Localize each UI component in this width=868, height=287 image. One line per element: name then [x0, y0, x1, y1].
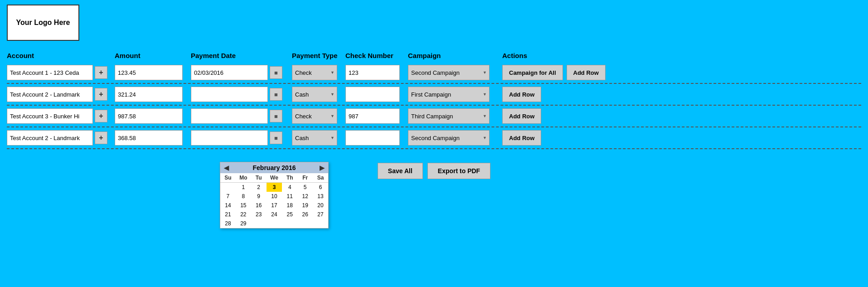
paydate-input-4[interactable] [191, 130, 268, 146]
calendar-day[interactable]: 28 [220, 219, 236, 228]
header-paydate: Payment Date [191, 52, 288, 59]
checknum-cell-2 [345, 87, 404, 102]
paydate-input-3[interactable] [191, 108, 268, 124]
table-row: + ■ Check Cash [7, 62, 861, 84]
checknum-input-4[interactable] [345, 130, 400, 146]
account-input-2[interactable] [7, 87, 93, 102]
calendar-day[interactable]: 2 [251, 183, 267, 192]
calendar-day[interactable]: 16 [251, 201, 267, 210]
calendar-day[interactable]: 23 [251, 210, 267, 219]
calendar-day[interactable]: 3 [267, 183, 282, 192]
calendar-day[interactable]: 1 [236, 183, 251, 192]
calendar-day[interactable]: 12 [297, 192, 313, 201]
calendar-btn-3[interactable]: ■ [270, 110, 282, 122]
calendar-day[interactable]: 29 [236, 219, 251, 228]
paydate-input-1[interactable] [191, 65, 268, 80]
calendar-day[interactable]: 9 [251, 192, 267, 201]
calendar-day[interactable]: 26 [297, 210, 313, 219]
paytype-cell-3: Check Cash [292, 108, 342, 124]
calendar-prev-btn[interactable]: ◀ [224, 164, 229, 171]
add-account-btn-4[interactable]: + [95, 131, 107, 144]
calendar-day[interactable]: 27 [313, 210, 328, 219]
paytype-select-1[interactable]: Check Cash [292, 65, 337, 80]
calendar-day[interactable]: 17 [267, 201, 282, 210]
amount-cell-4 [115, 130, 187, 146]
bottom-actions: Save All Export to PDF [7, 163, 861, 179]
calendar-day[interactable]: 22 [236, 210, 251, 219]
add-account-btn-2[interactable]: + [95, 88, 107, 101]
actions-cell-2: Add Row [502, 87, 670, 102]
calendar-btn-4[interactable]: ■ [270, 131, 282, 144]
header-account: Account [7, 52, 111, 59]
calendar-day[interactable]: 18 [282, 201, 297, 210]
cal-day-su: Su [220, 173, 236, 183]
table-row: + ■ Cash Check [7, 127, 861, 149]
paytype-select-3[interactable]: Check Cash [292, 108, 337, 124]
save-all-btn[interactable]: Save All [378, 163, 423, 179]
add-row-btn-4[interactable]: Add Row [502, 130, 541, 146]
amount-input-4[interactable] [115, 130, 183, 146]
campaign-select-1[interactable]: Second Campaign First Campaign Third Cam… [408, 65, 490, 80]
checknum-cell-3 [345, 108, 404, 124]
calendar-day[interactable]: 4 [282, 183, 297, 192]
calendar-day[interactable]: 6 [313, 183, 328, 192]
add-account-btn-1[interactable]: + [95, 66, 107, 79]
calendar-day[interactable]: 10 [267, 192, 282, 201]
account-input-3[interactable] [7, 108, 93, 124]
calendar-btn-1[interactable]: ■ [270, 66, 282, 79]
paytype-select-2[interactable]: Cash Check [292, 87, 337, 102]
calendar-day[interactable]: 11 [282, 192, 297, 201]
cal-day-fr: Fr [297, 173, 313, 183]
calendar-day[interactable]: 24 [267, 210, 282, 219]
amount-cell-2 [115, 87, 187, 102]
account-cell-2: + [7, 87, 111, 102]
amount-cell-1 [115, 65, 187, 80]
calendar-next-btn[interactable]: ▶ [320, 164, 325, 171]
calendar-day[interactable]: 15 [236, 201, 251, 210]
calendar-day[interactable]: 7 [220, 192, 236, 201]
paytype-select-4[interactable]: Cash Check [292, 130, 337, 146]
export-pdf-btn[interactable]: Export to PDF [427, 163, 490, 179]
calendar-grid: Su Mo Tu We Th Fr Sa 1234567891011121314… [220, 173, 328, 228]
add-row-btn-1[interactable]: Add Row [567, 65, 606, 80]
column-headers: Account Amount Payment Date Payment Type… [7, 50, 861, 62]
header-actions: Actions [502, 52, 670, 59]
add-account-btn-3[interactable]: + [95, 110, 107, 122]
amount-input-3[interactable] [115, 108, 183, 124]
paytype-cell-2: Cash Check [292, 87, 342, 102]
calendar-day[interactable]: 8 [236, 192, 251, 201]
checknum-input-2[interactable] [345, 87, 400, 102]
paydate-input-2[interactable] [191, 87, 268, 102]
account-cell-1: + [7, 65, 111, 80]
campaign-select-3[interactable]: Third Campaign First Campaign Second Cam… [408, 108, 490, 124]
campaign-cell-3: Third Campaign First Campaign Second Cam… [408, 108, 499, 124]
account-input-1[interactable] [7, 65, 93, 80]
campaign-cell-1: Second Campaign First Campaign Third Cam… [408, 65, 499, 80]
paytype-cell-1: Check Cash [292, 65, 342, 80]
amount-input-2[interactable] [115, 87, 183, 102]
calendar-day[interactable]: 19 [297, 201, 313, 210]
calendar-btn-2[interactable]: ■ [270, 88, 282, 101]
checknum-cell-4 [345, 130, 404, 146]
table-row: + ■ Cash Check [7, 84, 861, 106]
checknum-input-3[interactable] [345, 108, 400, 124]
add-row-btn-3[interactable]: Add Row [502, 108, 541, 124]
paydate-cell-3: ■ [191, 108, 288, 124]
calendar-day[interactable]: 5 [297, 183, 313, 192]
checknum-input-1[interactable] [345, 65, 400, 80]
account-cell-4: + [7, 130, 111, 146]
calendar-day[interactable]: 14 [220, 201, 236, 210]
calendar-day [267, 219, 282, 228]
actions-cell-1: Campaign for All Add Row [502, 65, 670, 80]
calendar-day[interactable]: 21 [220, 210, 236, 219]
calendar-day[interactable]: 13 [313, 192, 328, 201]
calendar-day[interactable]: 25 [282, 210, 297, 219]
calendar-day[interactable]: 20 [313, 201, 328, 210]
campaign-for-all-btn-1[interactable]: Campaign for All [502, 65, 563, 80]
add-row-btn-2[interactable]: Add Row [502, 87, 541, 102]
account-cell-3: + [7, 108, 111, 124]
campaign-select-2[interactable]: First Campaign Second Campaign Third Cam… [408, 87, 490, 102]
campaign-select-4[interactable]: Second Campaign First Campaign Third Cam… [408, 130, 490, 146]
account-input-4[interactable] [7, 130, 93, 146]
amount-input-1[interactable] [115, 65, 183, 80]
